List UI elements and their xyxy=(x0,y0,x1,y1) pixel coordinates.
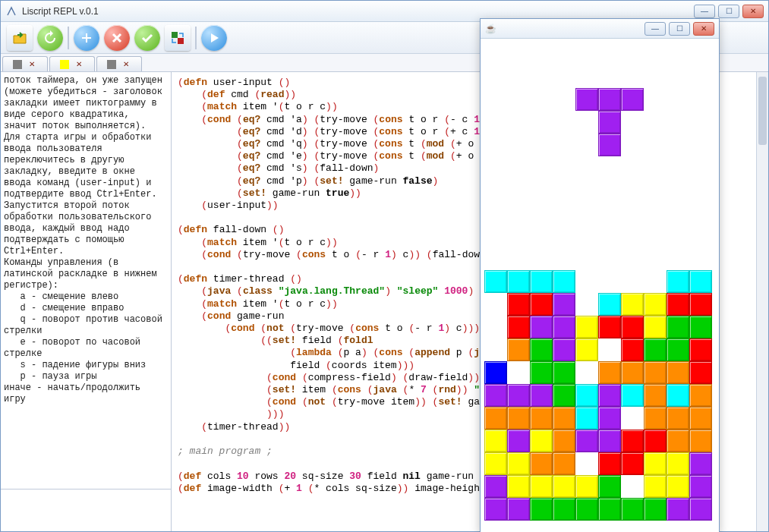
tetris-cell xyxy=(621,430,644,452)
tetris-cell xyxy=(667,361,689,384)
tab-2[interactable]: ✕ xyxy=(49,56,95,71)
tetris-cell xyxy=(644,384,667,407)
maximize-button[interactable]: ☐ xyxy=(718,5,739,18)
tetris-cell xyxy=(530,475,553,498)
tetris-cell xyxy=(689,498,712,521)
tetris-cell xyxy=(553,316,575,338)
svg-rect-1 xyxy=(178,38,184,44)
app-icon xyxy=(5,5,17,17)
tetris-cell xyxy=(484,475,507,498)
scrollbar-vertical[interactable] xyxy=(756,72,768,531)
tetris-cell xyxy=(507,430,530,452)
tetris-cell xyxy=(644,293,667,316)
tetris-cell xyxy=(644,475,667,498)
tab-close-icon[interactable]: ✕ xyxy=(27,59,37,70)
tetris-cell xyxy=(644,452,667,475)
run-button[interactable] xyxy=(201,25,227,51)
tab-close-icon[interactable]: ✕ xyxy=(121,59,131,70)
tetris-cell xyxy=(530,361,553,384)
swap-button[interactable] xyxy=(165,25,191,51)
tetris-cell xyxy=(644,407,667,430)
tetris-cell xyxy=(644,361,667,384)
tetris-cell xyxy=(598,407,621,430)
tetris-cell xyxy=(598,293,621,316)
tetris-cell xyxy=(507,270,530,293)
tetris-close[interactable]: ✕ xyxy=(693,22,714,36)
tetris-cell xyxy=(553,430,575,452)
reload-button[interactable] xyxy=(37,25,63,51)
tab-1[interactable]: ✕ xyxy=(2,56,48,71)
tetris-cell xyxy=(667,316,689,338)
tetris-cell xyxy=(621,384,644,407)
tetris-cell xyxy=(689,361,712,384)
tetris-cell xyxy=(621,361,644,384)
tetris-cell xyxy=(530,407,553,430)
ok-button[interactable] xyxy=(134,25,160,51)
tetris-cell xyxy=(553,452,575,475)
minimize-button[interactable]: — xyxy=(694,5,715,18)
tetris-cell xyxy=(667,430,689,452)
tetris-cell xyxy=(484,430,507,452)
tetris-cell xyxy=(575,498,598,521)
tetris-cell xyxy=(644,430,667,452)
tetris-titlebar: ☕ — ☐ ✕ xyxy=(481,19,719,39)
tetris-cell xyxy=(530,338,553,361)
tetris-cell xyxy=(530,498,553,521)
add-button[interactable] xyxy=(74,25,99,51)
tetris-cell xyxy=(598,452,621,475)
svg-rect-0 xyxy=(172,32,178,38)
scroll-thumb[interactable] xyxy=(758,77,767,145)
tetris-cell xyxy=(507,452,530,475)
tetris-cell xyxy=(667,475,689,498)
tetris-cell xyxy=(621,498,644,521)
tab-swatch xyxy=(13,60,22,69)
tetris-cell xyxy=(667,498,689,521)
tetris-cell xyxy=(553,270,575,293)
cancel-button[interactable] xyxy=(104,25,130,51)
separator xyxy=(195,27,197,49)
tetris-minimize[interactable]: — xyxy=(645,22,666,36)
tetris-cell xyxy=(575,475,598,498)
tetris-cell xyxy=(530,316,553,338)
tetris-cell xyxy=(667,384,689,407)
tetris-cell xyxy=(507,293,530,316)
tetris-maximize[interactable]: ☐ xyxy=(669,22,690,36)
tetris-cell xyxy=(598,430,621,452)
tetris-cell xyxy=(507,338,530,361)
tetris-cell xyxy=(484,270,507,293)
tetris-cell xyxy=(689,475,712,498)
tetris-cell xyxy=(575,430,598,452)
tetris-cell xyxy=(484,452,507,475)
tab-swatch xyxy=(60,60,69,69)
tetris-cell xyxy=(553,475,575,498)
tab-swatch xyxy=(107,60,116,69)
tetris-cell xyxy=(689,384,712,407)
help-text[interactable]: поток таймера, он уже запущен (можете уб… xyxy=(1,72,171,489)
tetris-cell xyxy=(689,270,712,293)
left-panel: поток таймера, он уже запущен (можете уб… xyxy=(1,72,172,531)
tetris-cell xyxy=(484,498,507,521)
tetris-cell xyxy=(621,88,644,111)
input-pane[interactable] xyxy=(1,489,171,531)
tab-3[interactable]: ✕ xyxy=(96,56,142,71)
tetris-canvas xyxy=(481,39,719,532)
tetris-cell xyxy=(530,270,553,293)
tetris-cell xyxy=(598,316,621,338)
tetris-cell xyxy=(598,384,621,407)
tetris-cell xyxy=(644,316,667,338)
tetris-cell xyxy=(689,293,712,316)
tetris-cell xyxy=(667,293,689,316)
tetris-cell xyxy=(484,361,507,384)
tetris-cell xyxy=(553,293,575,316)
tetris-cell xyxy=(575,316,598,338)
tetris-cell xyxy=(689,430,712,452)
close-button[interactable]: ✕ xyxy=(742,5,764,18)
open-button[interactable] xyxy=(7,25,33,51)
tetris-cell xyxy=(553,338,575,361)
tetris-cell xyxy=(667,270,689,293)
tetris-cell xyxy=(553,498,575,521)
tetris-cell xyxy=(621,452,644,475)
tab-close-icon[interactable]: ✕ xyxy=(74,59,84,70)
tetris-cell xyxy=(575,338,598,361)
tetris-cell xyxy=(621,293,644,316)
